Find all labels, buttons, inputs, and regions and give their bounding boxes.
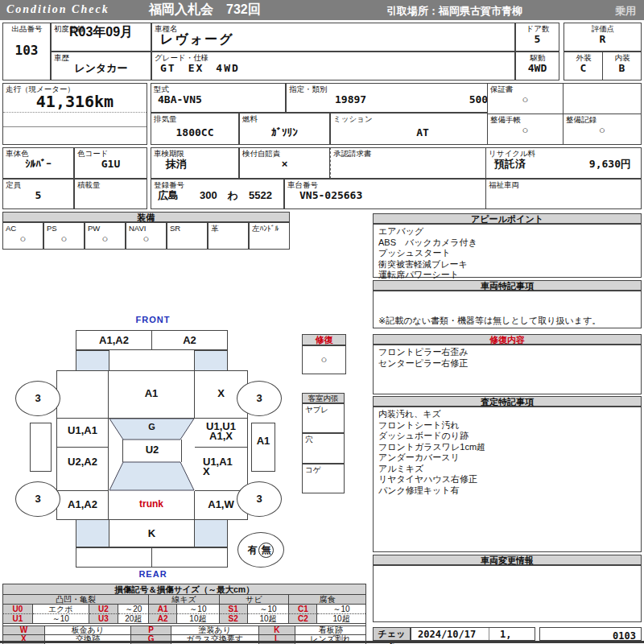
legend-desc: 10超 <box>248 614 290 624</box>
legend-desc: 塗装あり <box>171 626 259 635</box>
cell-label: K <box>109 520 194 547</box>
model-code-label: 型式 <box>151 84 285 93</box>
equipment-label: PS <box>44 223 84 233</box>
load-cell: 積載量 <box>74 179 147 209</box>
fuel-label: 燃料 <box>240 114 329 123</box>
legend-code: S1 <box>220 605 248 614</box>
cell-label: A1 <box>109 371 194 416</box>
equipment-cell-ac: AC ○ <box>2 222 43 250</box>
document-empty-cell <box>563 83 642 114</box>
equipment-cell-lhd: 左ﾊﾝﾄﾞﾙ <box>249 222 290 250</box>
fuel-value: ｶﾞｿﾘﾝ <box>240 126 329 138</box>
tread-front-right: 3 <box>237 381 282 416</box>
equipment-mark: ○ <box>3 233 43 245</box>
odometer-value: 41,316km <box>3 93 147 113</box>
equipment-label: SR <box>167 223 207 233</box>
first-reg-label-text: 初度登録 <box>52 23 86 33</box>
cell-rear-bumper-left <box>76 547 152 568</box>
history-cell: 車歴 レンタカー <box>51 52 151 80</box>
displacement-cell: 排気量 1800CC <box>151 113 239 145</box>
chassis-cell: 車台番号 VN5-025663 <box>284 179 515 209</box>
legend-code: K <box>259 626 296 635</box>
recycle-status: 預託済 <box>494 158 526 170</box>
header-bar: Condition Check 福岡入札会 732回 引取場所：福岡県古賀市青柳… <box>0 0 644 20</box>
legend-desc: 10超 <box>177 614 220 624</box>
interior-panel-row-label: 穴 <box>303 434 344 444</box>
cell-front-bumper-left: A1,A2 <box>76 330 152 350</box>
interior-panel-hole-cell: 穴 <box>302 433 345 464</box>
assessment-item: フロントシート汚れ <box>374 420 641 431</box>
doors-label: ドア数 <box>516 23 559 33</box>
body-color-cell: 車体色 ｼﾙﾊﾞｰ <box>2 147 74 179</box>
interior-panel-title: 客室内張 <box>302 393 345 403</box>
trunk-label: trunk <box>109 491 194 518</box>
cell-label: U2 <box>123 440 181 460</box>
inspection-label: 車検期限 <box>151 148 238 158</box>
appeal-item: 衝突被害軽減ブレーキ <box>374 259 641 270</box>
legend-title: 損傷記号＆損傷サイズ（～最大cm） <box>3 584 365 595</box>
legend-symbol-row-1: W 板金あり P 塗装あり K 看板跡 <box>3 626 365 635</box>
cell-label: U1,A1 <box>57 419 108 443</box>
interior-grade-label: 内装 <box>603 52 641 62</box>
legend-code: W <box>3 626 45 635</box>
displacement-value: 1800CC <box>151 126 238 138</box>
spare-tire-presence: 有 無 <box>237 532 284 568</box>
maintenance-record-cell: 整備記録 ○ <box>563 114 642 145</box>
assessment-notes-title: 査定特記事項 <box>373 396 642 407</box>
equipment-mark: ○ <box>85 233 125 245</box>
check-count: 1, <box>500 629 511 640</box>
cell-label: A1 <box>252 423 275 447</box>
interior-grade-cell: 内装 B <box>602 52 642 80</box>
legend-code: C2 <box>289 614 317 624</box>
legend-desc: ～10 <box>317 605 365 614</box>
maintenance-book-label: 整備手帳 <box>488 114 563 124</box>
legend-group: 凸凹・亀裂 <box>3 595 149 605</box>
check-date: 2024/10/17 <box>418 629 476 640</box>
cell-label: X <box>195 467 247 477</box>
bottom-rule <box>0 641 644 643</box>
jibaiseki-label: 検付自賠責 <box>240 148 329 158</box>
repair-notes-title: 修復内容 <box>373 334 642 345</box>
inspection-value: 抹消 <box>151 158 238 170</box>
equipment-mark: ○ <box>44 233 84 245</box>
legend-code: A2 <box>149 614 177 624</box>
legend-code: A1 <box>149 605 177 614</box>
maintenance-record-mark: ○ <box>564 124 641 136</box>
side-rail-left <box>30 423 52 472</box>
model-code-value: 4BA-VN5 <box>151 93 285 105</box>
history-label: 車歴 <box>52 52 151 62</box>
recycle-fee: 9,630円 <box>589 158 631 170</box>
first-reg-cell: 初度登録 R03年09月 <box>51 23 151 52</box>
vehicle-notes-panel: ※記載のない書類・機器等は無しとして取り扱います。 <box>373 291 642 328</box>
repair-mark-box: ○ <box>302 345 346 374</box>
legend-group-row: 凸凹・亀裂 線キズ サビ 腐食 <box>3 595 365 605</box>
interior-panel-burn-cell: コゲ <box>302 464 345 493</box>
appeal-item: 運転席パワーシート <box>374 270 641 281</box>
interior-panel-row-label: コゲ <box>303 464 344 474</box>
recycle-label: リサイクル料 <box>486 148 641 158</box>
legend-desc: 看板跡 <box>295 626 365 635</box>
equipment-title: 装備 <box>2 212 290 222</box>
legend-group: 線キズ <box>149 595 220 605</box>
drive-label: 駆動 <box>516 52 559 62</box>
cell-door-front-left: U1,A1 <box>57 419 109 448</box>
welfare-label: 福祉車両 <box>486 180 641 189</box>
equipment-label: 左ﾊﾝﾄﾞﾙ <box>250 223 289 233</box>
body-color-label: 車体色 <box>3 148 73 158</box>
appeal-title: アピールポイント <box>373 213 642 224</box>
legend-desc: 10超 <box>317 614 365 624</box>
cell-fender-rear-left: A1,A2 <box>57 491 109 519</box>
fuel-cell: 燃料 ｶﾞｿﾘﾝ <box>239 113 330 145</box>
legend-group: サビ <box>220 595 290 605</box>
exterior-grade-value: C <box>564 62 602 74</box>
history-value: レンタカー <box>52 62 151 74</box>
tread-rear-right: 3 <box>237 481 282 517</box>
legend-code: U1 <box>3 614 33 624</box>
appeal-item: エアバッグ <box>374 226 641 237</box>
legend-code: P <box>131 626 171 635</box>
legend-desc: ～20 <box>118 605 149 614</box>
equipment-cell-pw: PW ○ <box>85 222 126 250</box>
legend-code: U0 <box>3 605 33 614</box>
equipment-label: NAVI <box>126 223 166 233</box>
class-label: 指定・類別 <box>287 84 514 93</box>
